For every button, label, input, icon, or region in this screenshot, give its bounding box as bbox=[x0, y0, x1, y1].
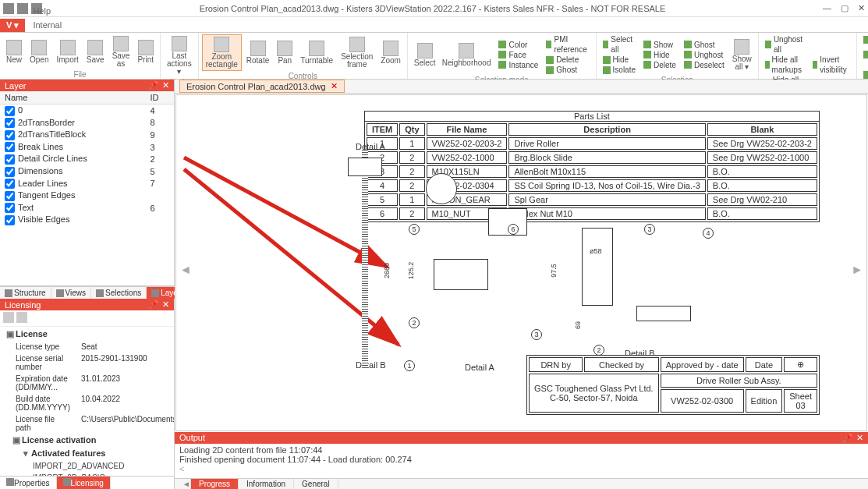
rotate-button[interactable]: Rotate bbox=[243, 39, 272, 66]
panel-tab-structure[interactable]: Structure bbox=[0, 287, 51, 299]
document-tab[interactable]: Erosion Control Plan_acad2013.dwg ✕ bbox=[179, 80, 345, 93]
neighborhood-button[interactable]: Neighborhood bbox=[439, 41, 494, 69]
layer-row[interactable]: 2dTransBorder8 bbox=[0, 117, 174, 129]
pin-icon[interactable]: 📌 bbox=[842, 433, 853, 443]
delete-button[interactable]: Delete bbox=[640, 60, 679, 70]
panel-tab-views[interactable]: Views bbox=[51, 287, 92, 299]
close-panel-icon[interactable]: ✕ bbox=[856, 433, 863, 443]
layer-checkbox[interactable] bbox=[5, 106, 15, 116]
zoom-in-button[interactable]: Zoom in bbox=[860, 44, 868, 65]
select-button[interactable]: Select bbox=[411, 41, 439, 69]
layer-checkbox[interactable] bbox=[5, 130, 15, 140]
ghost-button[interactable]: Ghost bbox=[543, 65, 592, 75]
prev-arrow-icon[interactable]: ◄ bbox=[179, 263, 192, 277]
unghost-button[interactable]: Unghost bbox=[681, 50, 728, 60]
face-button[interactable]: Face bbox=[495, 50, 541, 60]
layer-row[interactable]: Text6 bbox=[0, 202, 174, 214]
dimension: 97.5 bbox=[550, 264, 558, 278]
pan-button[interactable]: Pan bbox=[274, 39, 296, 66]
output-tab-general[interactable]: General bbox=[294, 479, 338, 489]
close-panel-icon[interactable]: ✕ bbox=[162, 299, 169, 310]
group-label: File bbox=[73, 69, 86, 79]
color-button[interactable]: Color bbox=[495, 40, 541, 50]
zoom-button[interactable]: Zoom bbox=[377, 39, 404, 66]
selection-frame-button[interactable]: Selection frame bbox=[338, 35, 376, 70]
invert-visibility-button[interactable]: Invert visibility bbox=[810, 55, 852, 75]
dimension: 69 bbox=[574, 321, 582, 329]
close-tab-icon[interactable]: ✕ bbox=[331, 81, 338, 91]
tab-icon bbox=[96, 289, 104, 297]
layer-row[interactable]: Detail Circle Lines2 bbox=[0, 153, 174, 165]
turntable-button[interactable]: Turntable bbox=[297, 39, 336, 66]
unghost-all-button[interactable]: Unghost all bbox=[762, 34, 808, 55]
callout-badge: 4 bbox=[703, 228, 714, 239]
last-actions--button[interactable]: Last actions ▾ bbox=[164, 34, 195, 77]
hide-button[interactable]: Hide bbox=[640, 50, 679, 60]
zoom-rectangle-button[interactable]: Zoom rectangle bbox=[202, 34, 242, 71]
layer-checkbox[interactable] bbox=[5, 203, 15, 213]
select-all-button[interactable]: Select all bbox=[600, 34, 639, 55]
layer-checkbox[interactable] bbox=[5, 118, 15, 128]
save-button[interactable]: Save bbox=[83, 38, 108, 66]
isolate-button[interactable]: Isolate bbox=[600, 65, 639, 75]
instance-button[interactable]: Instance bbox=[495, 60, 541, 70]
show-all-button[interactable]: Show all ▾ bbox=[729, 37, 755, 73]
ribbon: NewOpenImportSaveSave asPrint File Last … bbox=[0, 33, 868, 80]
fit-all-button[interactable]: Fit all bbox=[860, 34, 868, 44]
layer-checkbox[interactable] bbox=[5, 167, 15, 177]
layer-row[interactable]: Leader Lines7 bbox=[0, 178, 174, 190]
print-button[interactable]: Print bbox=[134, 38, 157, 66]
features-group[interactable]: Activated features bbox=[31, 448, 105, 458]
bottom-tab-licensing[interactable]: Licensing bbox=[57, 477, 111, 489]
license-group[interactable]: License bbox=[16, 329, 48, 338]
bottom-tab-properties[interactable]: Properties bbox=[0, 477, 57, 489]
layer-row[interactable]: Dimensions5 bbox=[0, 165, 174, 178]
ribbon-tab-help[interactable]: Help bbox=[25, 4, 93, 18]
layer-panel-header: Layer 📌 ✕ bbox=[0, 80, 174, 91]
ghost-button[interactable]: Ghost bbox=[681, 40, 728, 50]
qat-icon[interactable] bbox=[3, 3, 14, 14]
ribbon-tab-internal[interactable]: Internal bbox=[25, 18, 93, 32]
toolbar-icon[interactable] bbox=[16, 312, 27, 323]
output-tab-information[interactable]: Information bbox=[239, 479, 294, 489]
minimize-button[interactable]: — bbox=[823, 3, 831, 13]
layer-tree[interactable]: NameID 042dTransBorder82dTransTitleBlock… bbox=[0, 91, 174, 286]
layer-checkbox[interactable] bbox=[5, 215, 15, 225]
maximize-button[interactable]: ▢ bbox=[841, 3, 849, 13]
new-button[interactable]: New bbox=[3, 38, 25, 66]
layer-checkbox[interactable] bbox=[5, 179, 15, 189]
tab-icon bbox=[6, 478, 14, 486]
layer-checkbox[interactable] bbox=[5, 154, 15, 165]
callout-badge: 2 bbox=[593, 345, 604, 356]
scroll-left-icon[interactable]: ◄ bbox=[175, 479, 191, 489]
close-panel-icon[interactable]: ✕ bbox=[162, 80, 169, 90]
toolbar-icon[interactable] bbox=[3, 312, 14, 323]
layer-row[interactable]: 04 bbox=[0, 105, 174, 117]
hide-button[interactable]: Hide bbox=[600, 55, 639, 65]
output-body[interactable]: Loading 2D content from file 11:07:44Fin… bbox=[175, 444, 868, 478]
save-as-button[interactable]: Save as bbox=[109, 34, 133, 69]
activation-group[interactable]: License activation bbox=[22, 435, 96, 445]
pmi-reference-button[interactable]: PMI reference bbox=[543, 34, 592, 55]
output-tab-progress[interactable]: Progress bbox=[191, 479, 239, 489]
layer-row[interactable]: Visible Edges bbox=[0, 214, 174, 226]
viewport[interactable]: ◄ ► Parts List ITEMQtyFile NameDescripti… bbox=[175, 94, 867, 431]
panel-tab-selections[interactable]: Selections bbox=[91, 287, 147, 299]
layer-checkbox[interactable] bbox=[5, 191, 15, 201]
deselect-button[interactable]: Deselect bbox=[681, 60, 728, 70]
layer-row[interactable]: 2dTransTitleBlock9 bbox=[0, 129, 174, 141]
next-arrow-icon[interactable]: ► bbox=[851, 263, 863, 277]
layer-checkbox[interactable] bbox=[5, 142, 15, 152]
license-row: License serial number2015-2901-131900 bbox=[2, 353, 174, 372]
show-button[interactable]: Show bbox=[640, 40, 679, 50]
import-button[interactable]: Import bbox=[53, 38, 81, 66]
pin-icon[interactable]: 📌 bbox=[148, 80, 159, 90]
open-button[interactable]: Open bbox=[27, 38, 51, 66]
hide-all-markups-button[interactable]: Hide all markups bbox=[762, 55, 808, 75]
layer-row[interactable]: Break Lines3 bbox=[0, 141, 174, 154]
delete-button[interactable]: Delete bbox=[543, 55, 592, 65]
app-menu-button[interactable]: V ▾ bbox=[0, 19, 25, 32]
pin-icon[interactable]: 📌 bbox=[148, 299, 159, 310]
close-button[interactable]: ✕ bbox=[858, 3, 865, 13]
layer-row[interactable]: Tangent Edges bbox=[0, 190, 174, 202]
